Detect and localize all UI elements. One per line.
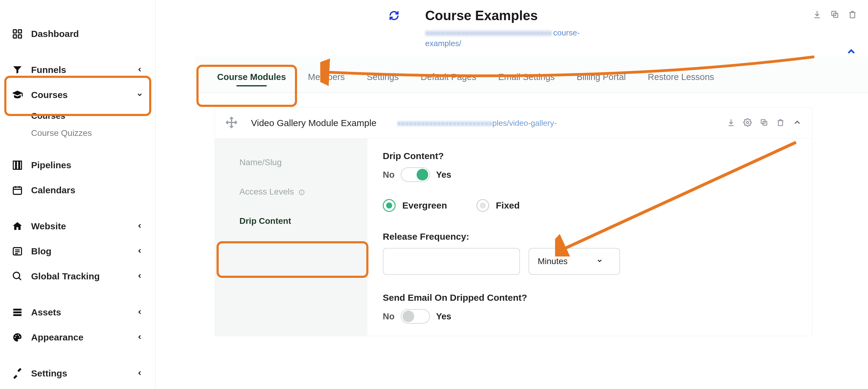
- release-frequency-unit-select[interactable]: Minutes: [529, 248, 620, 275]
- tab-email-settings[interactable]: Email Settings: [497, 63, 556, 92]
- sidebar-item-blog[interactable]: Blog: [0, 239, 155, 264]
- sidebar-item-pipelines[interactable]: Pipelines: [0, 153, 155, 178]
- collapse-icon[interactable]: [793, 118, 802, 128]
- svg-rect-5: [17, 161, 19, 169]
- dashboard-icon: [11, 27, 24, 40]
- chevron-left-icon: [136, 368, 143, 379]
- chevron-left-icon: [136, 221, 143, 231]
- refresh-icon[interactable]: [389, 10, 399, 22]
- sidebar-item-settings[interactable]: Settings: [0, 361, 155, 386]
- module-actions: [727, 118, 802, 128]
- funnel-icon: [11, 63, 24, 76]
- sidebar-item-label: Settings: [31, 368, 67, 379]
- sidebar-item-appearance[interactable]: Appearance: [0, 325, 155, 350]
- sidebar-subitem-course-quizzes[interactable]: Course Quizzes: [0, 124, 155, 142]
- module-nav-name-slug[interactable]: Name/Slug: [215, 148, 368, 177]
- drag-handle-icon[interactable]: [225, 116, 238, 130]
- svg-line-16: [19, 278, 21, 280]
- svg-point-20: [14, 337, 16, 338]
- chevron-down-icon: [136, 90, 143, 100]
- release-frequency-row: Minutes: [383, 248, 797, 275]
- course-header: Course Examples xxxxxxxxxxxxxxxxxxxxxxxx…: [195, 0, 868, 51]
- svg-point-23: [19, 336, 21, 338]
- page-url-suffix[interactable]: course-: [553, 28, 580, 37]
- release-frequency-input[interactable]: [383, 248, 520, 275]
- svg-point-15: [13, 272, 20, 279]
- drip-type-radio-group: Evergreen Fixed: [383, 199, 797, 212]
- info-icon[interactable]: i: [299, 190, 304, 195]
- tab-course-modules[interactable]: Course Modules: [216, 63, 287, 92]
- svg-rect-7: [13, 187, 22, 194]
- radio-fixed[interactable]: Fixed: [476, 199, 520, 212]
- chevron-down-icon: [596, 256, 603, 266]
- drip-toggle-row: No Yes: [383, 167, 797, 182]
- send-email-toggle-row: No Yes: [383, 309, 797, 324]
- collapse-icon[interactable]: [845, 46, 857, 59]
- module-settings-nav: Name/Slug Access Levels i Drip Content: [215, 139, 368, 336]
- sidebar-item-label: Global Tracking: [31, 271, 100, 281]
- svg-rect-3: [18, 35, 22, 38]
- download-icon[interactable]: [812, 10, 822, 20]
- assets-icon: [11, 306, 24, 319]
- sidebar-item-label: Pipelines: [31, 160, 71, 170]
- tab-members[interactable]: Members: [307, 63, 346, 92]
- page-url-line2[interactable]: examples/: [425, 39, 868, 48]
- copy-icon[interactable]: [760, 118, 768, 128]
- sidebar-item-label: Assets: [31, 307, 61, 317]
- module-url-obscured: xxxxxxxxxxxxxxxxxxxxxxxx: [397, 118, 492, 128]
- module-card: Video Gallery Module Example xxxxxxxxxxx…: [215, 108, 812, 336]
- chevron-left-icon: [136, 307, 143, 317]
- drip-content-panel: Drip Content? No Yes Evergreen Fixed: [368, 139, 812, 336]
- search-globe-icon: [11, 270, 24, 283]
- svg-rect-2: [13, 35, 17, 38]
- svg-rect-0: [13, 30, 17, 33]
- trash-icon[interactable]: [776, 118, 785, 128]
- sidebar-subitem-courses[interactable]: Courses: [0, 108, 155, 124]
- release-frequency-heading: Release Frequency:: [383, 231, 797, 242]
- sidebar-item-label: Courses: [31, 111, 65, 120]
- chevron-left-icon: [136, 271, 143, 281]
- sidebar-item-calendars[interactable]: Calendars: [0, 178, 155, 203]
- send-email-toggle[interactable]: [401, 309, 430, 324]
- svg-rect-19: [13, 314, 22, 316]
- toggle-no-label: No: [383, 311, 395, 322]
- sidebar-item-website[interactable]: Website: [0, 214, 155, 239]
- svg-rect-1: [18, 30, 22, 33]
- calendar-icon: [11, 184, 24, 197]
- drip-content-toggle[interactable]: [401, 167, 430, 182]
- sidebar-item-label: Blog: [31, 246, 52, 256]
- download-icon[interactable]: [727, 118, 735, 128]
- module-url-suffix[interactable]: ples/video-gallery-: [492, 118, 557, 128]
- toggle-yes-label: Yes: [436, 311, 452, 322]
- radio-label: Fixed: [496, 200, 520, 211]
- sidebar-item-assets[interactable]: Assets: [0, 300, 155, 325]
- tab-restore-lessons[interactable]: Restore Lessons: [647, 63, 715, 92]
- svg-rect-18: [13, 311, 22, 313]
- sidebar-item-label: Courses: [31, 90, 68, 100]
- svg-point-22: [18, 335, 19, 336]
- tools-icon: [11, 367, 24, 380]
- module-title: Video Gallery Module Example: [251, 118, 376, 128]
- sidebar-item-label: Calendars: [31, 185, 75, 195]
- radio-evergreen[interactable]: Evergreen: [383, 199, 447, 212]
- drip-content-heading: Drip Content?: [383, 151, 797, 161]
- module-body: Name/Slug Access Levels i Drip Content D…: [215, 139, 812, 336]
- module-nav-access-levels[interactable]: Access Levels i: [215, 177, 368, 206]
- svg-point-26: [747, 121, 749, 124]
- tab-default-pages[interactable]: Default Pages: [420, 63, 477, 92]
- gear-icon[interactable]: [743, 118, 752, 128]
- module-header: Video Gallery Module Example xxxxxxxxxxx…: [215, 108, 812, 139]
- chevron-left-icon: [136, 332, 143, 342]
- sidebar-item-label: Dashboard: [31, 29, 79, 39]
- sidebar-item-funnels[interactable]: Funnels: [0, 57, 155, 82]
- copy-icon[interactable]: [830, 10, 839, 20]
- tab-billing-portal[interactable]: Billing Portal: [576, 63, 627, 92]
- tab-settings[interactable]: Settings: [365, 63, 400, 92]
- home-icon: [11, 220, 24, 233]
- sidebar-item-global-tracking[interactable]: Global Tracking: [0, 264, 155, 289]
- course-tabs: Course Modules Members Settings Default …: [195, 56, 868, 93]
- sidebar-item-dashboard[interactable]: Dashboard: [0, 21, 155, 47]
- module-nav-drip-content[interactable]: Drip Content: [215, 206, 368, 236]
- trash-icon[interactable]: [848, 10, 857, 20]
- sidebar-item-courses[interactable]: Courses: [0, 82, 155, 108]
